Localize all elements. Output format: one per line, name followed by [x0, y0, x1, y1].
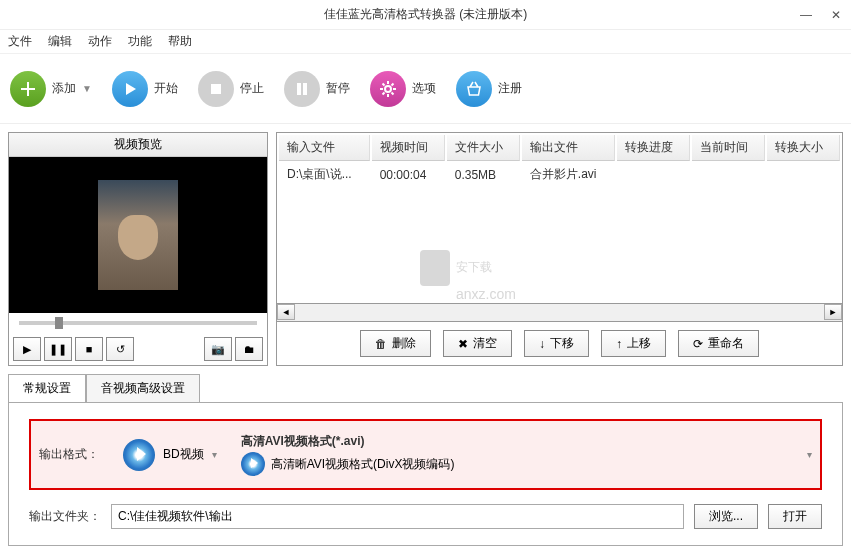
- basket-icon: [456, 71, 492, 107]
- pause-icon: [284, 71, 320, 107]
- arrow-up-icon: ↑: [616, 337, 622, 351]
- minimize-button[interactable]: —: [791, 0, 821, 30]
- menu-edit[interactable]: 编辑: [48, 33, 72, 50]
- list-actions: 🗑删除 ✖清空 ↓下移 ↑上移 ⟳重命名: [276, 322, 843, 366]
- cell-current: [692, 163, 765, 186]
- video-preview[interactable]: [9, 157, 267, 313]
- format-title: 高清AVI视频格式(*.avi): [241, 433, 793, 450]
- menubar: 文件 编辑 动作 功能 帮助: [0, 30, 851, 54]
- snapshot-button[interactable]: 📷: [204, 337, 232, 361]
- output-folder-row: 输出文件夹： C:\佳佳视频软件\输出 浏览... 打开: [29, 504, 822, 529]
- col-current[interactable]: 当前时间: [692, 135, 765, 161]
- stop-icon: [198, 71, 234, 107]
- register-button[interactable]: 注册: [456, 71, 522, 107]
- cell-duration: 00:00:04: [372, 163, 445, 186]
- settings-tabs: 常规设置 音视频高级设置 输出格式： BD视频 ▾ 高清AVI视频格式(*.av…: [8, 374, 843, 546]
- horizontal-scrollbar[interactable]: ◄ ►: [276, 304, 843, 322]
- menu-help[interactable]: 帮助: [168, 33, 192, 50]
- preview-play-button[interactable]: ▶: [13, 337, 41, 361]
- options-button[interactable]: 选项: [370, 71, 436, 107]
- output-folder-input[interactable]: C:\佳佳视频软件\输出: [111, 504, 684, 529]
- pause-label: 暂停: [326, 80, 350, 97]
- svg-rect-1: [297, 83, 301, 95]
- disc-icon: [123, 439, 155, 471]
- window-controls: — ✕: [791, 0, 851, 30]
- cell-size: 0.35MB: [447, 163, 520, 186]
- svg-rect-2: [303, 83, 307, 95]
- add-label: 添加: [52, 80, 76, 97]
- arrow-down-icon: ↓: [539, 337, 545, 351]
- cell-progress: [617, 163, 690, 186]
- format-category-dropdown[interactable]: BD视频 ▾: [113, 435, 227, 475]
- start-label: 开始: [154, 80, 178, 97]
- window-title: 佳佳蓝光高清格式转换器 (未注册版本): [324, 6, 527, 23]
- stop-label: 停止: [240, 80, 264, 97]
- cell-convsize: [767, 163, 840, 186]
- scroll-left-button[interactable]: ◄: [277, 304, 295, 320]
- tab-advanced[interactable]: 音视频高级设置: [86, 374, 200, 402]
- tab-content: 输出格式： BD视频 ▾ 高清AVI视频格式(*.avi) 高清晰AVI视频格式…: [8, 402, 843, 546]
- chevron-down-icon: ▾: [212, 449, 217, 460]
- rename-button[interactable]: ⟳重命名: [678, 330, 759, 357]
- main-area: 视频预览 ▶ ❚❚ ■ ↺ 📷 🖿 输入文件 视频时间 文件大小 输出文件: [0, 124, 851, 374]
- tab-general[interactable]: 常规设置: [8, 374, 86, 402]
- preview-stop-button[interactable]: ■: [75, 337, 103, 361]
- seek-slider[interactable]: [9, 313, 267, 333]
- video-thumbnail: [98, 180, 178, 290]
- trash-icon: 🗑: [375, 337, 387, 351]
- cell-output: 合并影片.avi: [522, 163, 615, 186]
- play-icon: [112, 71, 148, 107]
- svg-rect-0: [211, 84, 221, 94]
- output-folder-label: 输出文件夹：: [29, 508, 101, 525]
- options-label: 选项: [412, 80, 436, 97]
- category-label: BD视频: [163, 446, 204, 463]
- add-icon: [10, 71, 46, 107]
- svg-point-3: [385, 86, 391, 92]
- close-button[interactable]: ✕: [821, 0, 851, 30]
- stop-button[interactable]: 停止: [198, 71, 264, 107]
- scroll-right-button[interactable]: ►: [824, 304, 842, 320]
- clear-button[interactable]: ✖清空: [443, 330, 512, 357]
- register-label: 注册: [498, 80, 522, 97]
- cell-input: D:\桌面\说...: [279, 163, 370, 186]
- file-list-panel: 输入文件 视频时间 文件大小 输出文件 转换进度 当前时间 转换大小 D:\桌面…: [276, 132, 843, 366]
- preview-controls: ▶ ❚❚ ■ ↺ 📷 🖿: [9, 333, 267, 365]
- move-up-button[interactable]: ↑上移: [601, 330, 666, 357]
- file-table[interactable]: 输入文件 视频时间 文件大小 输出文件 转换进度 当前时间 转换大小 D:\桌面…: [276, 132, 843, 304]
- col-input[interactable]: 输入文件: [279, 135, 370, 161]
- gear-icon: [370, 71, 406, 107]
- browse-button[interactable]: 浏览...: [694, 504, 758, 529]
- col-duration[interactable]: 视频时间: [372, 135, 445, 161]
- format-detail-dropdown[interactable]: 高清AVI视频格式(*.avi) 高清晰AVI视频格式(DivX视频编码): [241, 433, 793, 476]
- refresh-icon: ⟳: [693, 337, 703, 351]
- preview-title: 视频预览: [9, 133, 267, 157]
- chevron-down-icon: ▾: [807, 449, 812, 460]
- preview-loop-button[interactable]: ↺: [106, 337, 134, 361]
- col-size[interactable]: 文件大小: [447, 135, 520, 161]
- chevron-down-icon: ▼: [82, 83, 92, 94]
- move-down-button[interactable]: ↓下移: [524, 330, 589, 357]
- delete-button[interactable]: 🗑删除: [360, 330, 431, 357]
- x-icon: ✖: [458, 337, 468, 351]
- menu-action[interactable]: 动作: [88, 33, 112, 50]
- disc-icon: [241, 452, 265, 476]
- add-button[interactable]: 添加 ▼: [10, 71, 92, 107]
- folder-button[interactable]: 🖿: [235, 337, 263, 361]
- pause-button[interactable]: 暂停: [284, 71, 350, 107]
- titlebar: 佳佳蓝光高清格式转换器 (未注册版本) — ✕: [0, 0, 851, 30]
- start-button[interactable]: 开始: [112, 71, 178, 107]
- col-convsize[interactable]: 转换大小: [767, 135, 840, 161]
- format-desc: 高清晰AVI视频格式(DivX视频编码): [271, 456, 455, 473]
- menu-function[interactable]: 功能: [128, 33, 152, 50]
- output-format-row: 输出格式： BD视频 ▾ 高清AVI视频格式(*.avi) 高清晰AVI视频格式…: [29, 419, 822, 490]
- open-button[interactable]: 打开: [768, 504, 822, 529]
- toolbar: 添加 ▼ 开始 停止 暂停 选项 注册: [0, 54, 851, 124]
- table-row[interactable]: D:\桌面\说... 00:00:04 0.35MB 合并影片.avi: [279, 163, 840, 186]
- col-output[interactable]: 输出文件: [522, 135, 615, 161]
- preview-panel: 视频预览 ▶ ❚❚ ■ ↺ 📷 🖿: [8, 132, 268, 366]
- preview-pause-button[interactable]: ❚❚: [44, 337, 72, 361]
- col-progress[interactable]: 转换进度: [617, 135, 690, 161]
- output-format-label: 输出格式：: [39, 446, 99, 463]
- menu-file[interactable]: 文件: [8, 33, 32, 50]
